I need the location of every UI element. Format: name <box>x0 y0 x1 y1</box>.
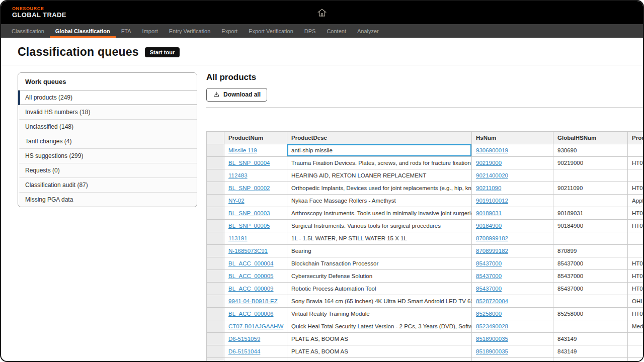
cell-global-hs-num[interactable]: 843149 <box>553 358 628 362</box>
queue-item-unclassified-148[interactable]: Unclassified (148) <box>18 120 197 134</box>
queue-item-hs-suggestions-299[interactable]: HS suggestions (299) <box>18 149 197 163</box>
row-handle-cell[interactable] <box>207 320 224 333</box>
cell-product-desc[interactable]: HEARING AID, REXTON LOANER REPLACEMENT <box>287 169 472 182</box>
start-tour-button[interactable]: Start tour <box>145 47 180 57</box>
nav-tab-dps[interactable]: DPS <box>299 24 321 38</box>
cell-product-desc[interactable]: Trauma Fixation Devices. Plates, screws,… <box>287 157 472 169</box>
cell-global-hs-num[interactable] <box>553 295 628 308</box>
cell-produ[interactable]: HT004 <box>628 257 644 270</box>
product-num-link[interactable]: BL_ACC_000006 <box>228 311 274 317</box>
product-num-link[interactable]: CT07-B01AJGAAHW <box>228 323 283 329</box>
cell-produ[interactable] <box>628 169 644 182</box>
product-num-link[interactable]: N-1685073C91 <box>228 248 268 254</box>
hs-num-link[interactable]: 90211090 <box>476 185 501 191</box>
hs-num-link[interactable]: 85437000 <box>476 260 502 266</box>
row-handle-cell[interactable] <box>207 195 224 207</box>
row-handle-cell[interactable] <box>207 358 224 362</box>
row-handle-cell[interactable] <box>207 144 224 157</box>
row-handle-cell[interactable] <box>207 232 224 245</box>
queue-item-requests-0[interactable]: Requests (0) <box>18 163 197 178</box>
cell-product-desc[interactable]: PLATE AS, BOOM AS <box>287 345 472 358</box>
product-num-link[interactable]: BL_ACC_000005 <box>228 273 274 279</box>
cell-product-desc[interactable]: Surgical Instruments. Various tools for … <box>287 220 472 232</box>
cell-produ[interactable] <box>628 333 644 345</box>
cell-global-hs-num[interactable] <box>553 195 628 207</box>
hs-num-link[interactable]: 9021400020 <box>476 172 508 178</box>
cell-global-hs-num[interactable]: 85437000 <box>553 257 628 270</box>
hs-num-link[interactable]: 8708999182 <box>476 235 508 241</box>
product-num-link[interactable]: BL_ACC_000009 <box>228 286 274 292</box>
nav-tab-content[interactable]: Content <box>321 24 352 38</box>
row-handle-cell[interactable] <box>207 182 224 195</box>
cell-global-hs-num[interactable]: 870899 <box>553 245 628 257</box>
cell-global-hs-num[interactable] <box>553 169 628 182</box>
hs-num-link[interactable]: 8518900035 <box>476 348 508 354</box>
cell-produ[interactable]: HT002 <box>628 182 644 195</box>
cell-produ[interactable] <box>628 358 644 362</box>
nav-tab-fta[interactable]: FTA <box>116 24 137 38</box>
nav-tab-export[interactable]: Export <box>216 24 243 38</box>
row-handle-cell[interactable] <box>207 207 224 220</box>
nav-tab-analyzer[interactable]: Analyzer <box>352 24 384 38</box>
product-num-link[interactable]: Missile 119 <box>228 147 257 153</box>
cell-product-desc[interactable]: Nykaa Face Massage Rollers - Amethyst <box>287 195 472 207</box>
cell-product-desc[interactable]: Bearing <box>287 245 472 257</box>
cell-product-desc[interactable]: anti-ship missile <box>287 144 472 157</box>
product-num-link[interactable]: 113191 <box>228 235 248 241</box>
queue-item-tariff-changes-4[interactable]: Tariff changes (4) <box>18 134 197 149</box>
cell-produ[interactable]: HT000 <box>628 308 644 320</box>
row-handle-cell[interactable] <box>207 220 224 232</box>
cell-product-desc[interactable]: Blockchain Transaction Processor <box>287 257 472 270</box>
cell-produ[interactable]: OHL & <box>628 295 644 308</box>
nav-tab-global-classification[interactable]: Global Classification <box>50 24 116 38</box>
cell-product-desc[interactable]: Sony Bravia 164 cm (65 inches) 4K Ultra … <box>287 295 472 308</box>
cell-produ[interactable]: HT004 <box>628 157 644 169</box>
home-icon[interactable] <box>316 7 328 18</box>
product-num-link[interactable]: BL_SNP_00004 <box>228 160 270 166</box>
cell-product-desc[interactable]: Cybersecurity Defense Solution <box>287 270 472 283</box>
nav-tab-entry-verification[interactable]: Entry Verification <box>164 24 216 38</box>
product-num-link[interactable]: BL_ACC_000004 <box>228 260 274 266</box>
hs-num-link[interactable]: 85258000 <box>476 311 502 317</box>
cell-produ[interactable]: HT003 <box>628 207 644 220</box>
product-num-link[interactable]: NY-02 <box>228 198 245 204</box>
product-num-link[interactable]: D6-5151044 <box>228 348 260 354</box>
hs-num-link[interactable]: 8518900035 <box>476 336 508 342</box>
cell-produ[interactable]: HT001 <box>628 283 644 295</box>
cell-product-desc[interactable]: PLATE AS, BOOM AS <box>287 333 472 345</box>
hs-num-link[interactable]: 9306900019 <box>476 147 508 153</box>
cell-global-hs-num[interactable]: 90219000 <box>553 157 628 169</box>
cell-global-hs-num[interactable]: 85437000 <box>553 270 628 283</box>
product-num-link[interactable]: D6-5151059 <box>228 336 260 342</box>
row-handle-cell[interactable] <box>207 169 224 182</box>
queue-item-invalid-hs-numbers-18[interactable]: Invalid HS numbers (18) <box>18 105 197 120</box>
nav-tab-import[interactable]: Import <box>137 24 164 38</box>
product-num-link[interactable]: 9941-04-B0918-EZ <box>228 298 278 304</box>
cell-produ[interactable]: HT005 <box>628 220 644 232</box>
hs-num-link[interactable]: 90189031 <box>476 210 502 216</box>
queue-item-classification-audit-87[interactable]: Classification audit (87) <box>18 178 197 193</box>
product-num-link[interactable]: BL_SNP_00003 <box>228 210 270 216</box>
row-handle-cell[interactable] <box>207 270 224 283</box>
row-handle-cell[interactable] <box>207 157 224 169</box>
product-num-link[interactable]: BL_SNP_00005 <box>228 223 270 229</box>
row-handle-cell[interactable] <box>207 283 224 295</box>
cell-produ[interactable] <box>628 144 644 157</box>
hs-num-link[interactable]: 90184900 <box>476 223 502 229</box>
hs-num-link[interactable]: 8528720004 <box>476 298 508 304</box>
cell-global-hs-num[interactable]: 85437000 <box>553 283 628 295</box>
queue-item-missing-pga-data[interactable]: Missing PGA data <box>18 193 197 207</box>
cell-produ[interactable]: Applia <box>628 195 644 207</box>
cell-global-hs-num[interactable]: 930690 <box>553 144 628 157</box>
row-handle-cell[interactable] <box>207 345 224 358</box>
hs-num-link[interactable]: 9019100012 <box>476 198 508 204</box>
cell-product-desc[interactable]: Arthroscopy Instruments. Tools used in m… <box>287 207 472 220</box>
cell-product-desc[interactable]: PLATE AS, BOOM AS <box>287 358 472 362</box>
row-handle-cell[interactable] <box>207 308 224 320</box>
row-handle-cell[interactable] <box>207 295 224 308</box>
hs-num-link[interactable]: 85437000 <box>476 273 502 279</box>
cell-product-desc[interactable]: Virtual Reality Training Module <box>287 308 472 320</box>
cell-global-hs-num[interactable] <box>553 232 628 245</box>
cell-global-hs-num[interactable]: 90184900 <box>553 220 628 232</box>
cell-product-desc[interactable]: 1L - 1.5L WATER, NP STILL WATER 15 X 1L <box>287 232 472 245</box>
